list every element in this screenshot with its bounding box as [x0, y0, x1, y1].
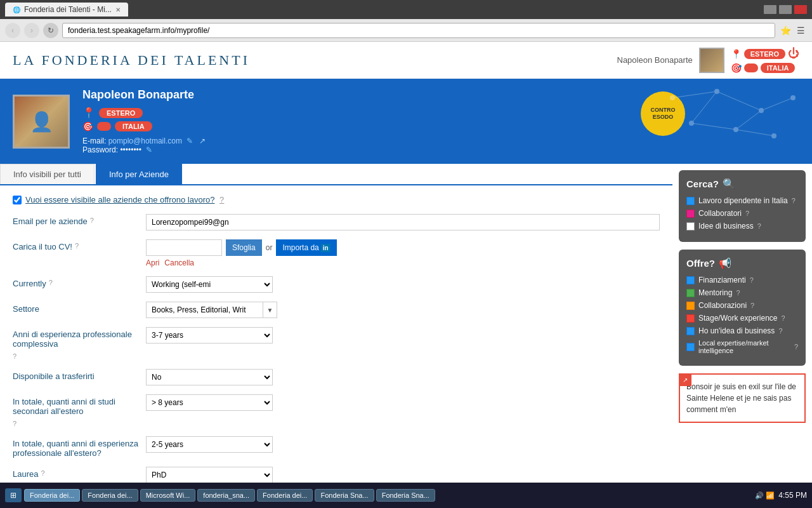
site-header: LA FONDERIA DEI TALENTI Napoleon Bonapar…	[0, 42, 812, 79]
check-stage-icon	[686, 314, 695, 323]
sfoglia-button[interactable]: Sfoglia	[226, 239, 262, 256]
cancella-link[interactable]: Cancella	[164, 258, 194, 267]
importa-label: Importa da	[282, 243, 318, 252]
offre-title: Offre? 📢	[686, 257, 798, 269]
external-link-icon[interactable]: ↗	[199, 137, 206, 145]
email-label-text: Email per le aziende	[13, 217, 88, 226]
visible-label-text: Vuoi essere visibile alle aziende che of…	[25, 195, 214, 204]
header-toggles: 📍 ESTERO ⏻ 🎯 ITALIA	[731, 47, 799, 73]
anni-label: Anni di esperienza professionale comples…	[13, 327, 140, 360]
laurea-select[interactable]: PhD	[146, 467, 273, 483]
browser-tab[interactable]: 🌐 Fonderia dei Talenti - Mi... ✕	[5, 3, 128, 17]
settore-dropdown-btn[interactable]: ▼	[263, 302, 277, 318]
settore-row: Settore ▼	[13, 302, 660, 318]
message-arrow-icon: ↗	[679, 373, 691, 386]
esperienza-select[interactable]: 2-5 years	[146, 436, 273, 453]
star-icon[interactable]: ☰	[794, 24, 807, 37]
tab-close-icon[interactable]: ✕	[115, 6, 121, 13]
edit-password-icon[interactable]: ✎	[146, 145, 152, 154]
header-avatar	[699, 48, 724, 73]
banner-target-icon: 🎯	[82, 121, 93, 131]
cerca-title: Cerca? 🔍	[686, 178, 798, 190]
taskbar-right: 🔊 📶 4:55 PM	[755, 491, 807, 500]
taskbar-item-3[interactable]: Microsoft Wi...	[140, 489, 196, 502]
help-collaboratori-icon: ?	[745, 210, 749, 217]
target-icon: 🎯	[731, 63, 742, 73]
studi-label-text: In totale, quanti anni di studi secondar…	[13, 397, 140, 416]
power-icon[interactable]: ⏻	[788, 47, 799, 60]
help-visible-icon: ?	[219, 195, 224, 204]
toggle-estero[interactable]: ESTERO	[744, 49, 785, 59]
cv-file-input[interactable]	[146, 239, 222, 256]
cerca-item-2: Collaboratori ?	[686, 209, 798, 218]
maximize-icon[interactable]	[779, 5, 792, 14]
importa-button[interactable]: Importa da in	[276, 239, 336, 256]
disponibile-select[interactable]: No	[146, 369, 273, 385]
banner-toggle-estero[interactable]: ESTERO	[99, 108, 143, 118]
left-panel: Info visibili per tutti Info per Aziende…	[0, 164, 672, 502]
minimize-icon[interactable]	[764, 5, 776, 14]
currently-label: Currently ?	[13, 276, 140, 288]
offre-item-6: Local expertise/market intelligence ?	[686, 339, 798, 354]
taskbar: ⊞ Fonderia dei... Fonderia dei... Micros…	[0, 483, 812, 508]
main-content: Info visibili per tutti Info per Aziende…	[0, 164, 812, 502]
taskbar-clock: 4:55 PM	[778, 491, 807, 500]
help-collaborazioni-icon: ?	[750, 302, 754, 309]
help-cv-icon: ?	[75, 242, 79, 250]
address-bar[interactable]	[62, 23, 775, 38]
taskbar-item-1[interactable]: Fonderia dei...	[24, 489, 80, 502]
svg-line-13	[736, 110, 761, 130]
settore-control: ▼	[146, 302, 660, 318]
edit-email-icon[interactable]: ✎	[187, 137, 193, 145]
laurea-label-text: Laurea	[13, 469, 38, 479]
studi-row: In totale, quanti anni di studi secondar…	[13, 394, 660, 427]
forward-button[interactable]: ›	[24, 23, 39, 38]
password-value: ••••••••	[120, 145, 141, 154]
message-text: Bonsoir je suis en exil sur l'ile de Sai…	[686, 381, 798, 415]
taskbar-item-5[interactable]: Fonderia dei...	[257, 489, 313, 502]
check-lavoro-icon	[686, 197, 695, 205]
svg-line-10	[691, 123, 736, 130]
svg-line-11	[736, 130, 774, 136]
taskbar-item-2[interactable]: Fonderia dei...	[82, 489, 138, 502]
esperienza-row: In totale, quanti anni di esperienza pro…	[13, 436, 660, 458]
taskbar-icons: 🔊 📶	[755, 491, 775, 500]
help-local-icon: ?	[794, 343, 798, 351]
back-button[interactable]: ‹	[5, 23, 20, 38]
offre-item-2: Mentoring ?	[686, 288, 798, 297]
taskbar-item-7[interactable]: Fonderia Sna...	[376, 489, 435, 502]
browser-nav: ‹ › ↻ ⭐ ☰	[0, 19, 812, 42]
help-finanziamenti-icon: ?	[750, 276, 754, 284]
tab-info-visibili[interactable]: Info visibili per tutti	[0, 164, 95, 184]
anni-select[interactable]: 3-7 years	[146, 327, 273, 344]
cv-upload-row: Sfoglia or Importa da in	[146, 239, 660, 256]
apri-link[interactable]: Apri	[146, 258, 159, 267]
offre-item-4-text: Stage/Work experience	[698, 314, 778, 323]
search-icon[interactable]: ⭐	[779, 24, 792, 37]
taskbar-item-4[interactable]: fonderia_sna...	[197, 489, 255, 502]
settore-input[interactable]	[146, 302, 263, 318]
network-decoration	[622, 79, 812, 149]
email-label: Email per le aziende ?	[13, 214, 140, 226]
email-input[interactable]	[146, 214, 660, 231]
tab-info-aziende[interactable]: Info per Aziende	[96, 164, 182, 184]
laurea-label: Laurea ?	[13, 467, 140, 479]
help-idee-icon: ?	[757, 222, 761, 230]
visible-checkbox[interactable]	[13, 196, 22, 204]
toggle-italia[interactable]: ITALIA	[761, 63, 796, 73]
tab-title: Fonderia dei Talenti - Mi...	[24, 5, 112, 14]
megaphone-icon: 📢	[719, 257, 731, 269]
form-area: Vuoi essere visibile alle aziende che of…	[0, 185, 672, 502]
search-icon: 🔍	[723, 178, 735, 190]
offre-item-5-text: Ho un'idea di business	[698, 326, 775, 335]
email-link[interactable]: pomplo@hotmail.com	[108, 137, 182, 145]
cv-control: Sfoglia or Importa da in Apri Cancella	[146, 239, 660, 267]
refresh-button[interactable]: ↻	[43, 23, 58, 38]
banner-toggle-italia[interactable]: ITALIA	[115, 121, 152, 131]
currently-select[interactable]: Working (self-emi	[146, 276, 273, 293]
studi-select[interactable]: > 8 years	[146, 394, 273, 411]
start-button[interactable]: ⊞	[5, 488, 22, 502]
taskbar-item-6[interactable]: Fonderia Sna...	[315, 489, 374, 502]
help-laurea-icon: ?	[41, 469, 44, 477]
close-icon[interactable]	[794, 5, 807, 14]
